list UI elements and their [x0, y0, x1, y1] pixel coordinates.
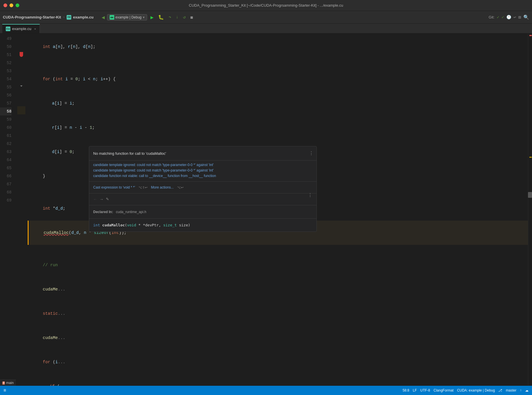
minimize-button[interactable]	[10, 3, 13, 7]
breadcrumb-separator: ›	[63, 15, 65, 19]
formatter[interactable]: ClangFormat	[434, 388, 454, 392]
more-actions-link[interactable]: More actions...	[151, 183, 174, 191]
tooltip-menu-button[interactable]: ⋮	[309, 149, 314, 157]
tab-label: example.cu	[12, 27, 31, 31]
svg-point-0	[20, 53, 23, 57]
next-diagnostic-button[interactable]: →	[100, 195, 104, 203]
continue-icon[interactable]: ↺	[182, 14, 187, 21]
tooltip-header: No matching function for call to 'cudaMa…	[89, 146, 316, 161]
git-check-icon: ✓	[497, 15, 499, 20]
debug-config-label: example | Debug	[115, 15, 142, 19]
prev-diagnostic-button[interactable]: ←	[93, 195, 97, 203]
function-label: f main	[0, 380, 16, 386]
error-line-3: candidate function not viable: call to _…	[93, 173, 312, 179]
encoding[interactable]: UTF-8	[420, 388, 430, 392]
signature-text: int cudaMalloc(void * *devPtr, size_t si…	[93, 223, 190, 227]
stop-icon[interactable]: ◼	[189, 14, 194, 21]
language-mode[interactable]: CUDA: example | Debug	[457, 388, 495, 392]
code-line-62: static...	[28, 301, 528, 326]
code-line-60: // run	[28, 253, 528, 277]
declared-file[interactable]: cuda_runtime_api.h	[116, 210, 146, 214]
line-ending[interactable]: LF	[413, 388, 417, 392]
error-line-2: candidate template ignored: could not ma…	[93, 168, 312, 173]
right-scroll-gutter	[528, 33, 532, 386]
code-line-65: if (...	[28, 374, 528, 386]
code-line-53: r[i] = n - i - 1;	[28, 115, 528, 140]
code-line-61: cudaMe...	[28, 277, 528, 301]
file-name[interactable]: example.cu	[73, 15, 93, 19]
git-label: Git:	[489, 15, 494, 19]
code-line-63: cudaMe...	[28, 326, 528, 350]
debug-bug-icon[interactable]: 🐛	[157, 14, 165, 21]
window-title: CUDA_Progrsamming_Starter_Kit [~/Code/CU…	[189, 3, 343, 8]
git-branch-name[interactable]: master	[506, 388, 516, 392]
tooltip-actions: Cast expression to 'void * *' ⌥⇧↩ More a…	[89, 182, 316, 193]
tooltip-declaration: Declared In: cuda_runtime_api.h	[89, 205, 316, 219]
code-line-59	[28, 245, 528, 253]
tooltip-errors: candidate template ignored: could not ma…	[89, 161, 316, 182]
tooltip-signature: int cudaMalloc(void * *devPtr, size_t si…	[89, 219, 316, 232]
editor: 49 50 51 52 53 54 55 56 57 58 59 60 61 6…	[0, 33, 532, 386]
cursor-position[interactable]: 58:8	[402, 388, 409, 392]
tabbar: CU example.cu ×	[0, 24, 532, 33]
left-gutter	[17, 33, 25, 386]
code-area[interactable]: int a[n], r[n], d[n]; for (int i = 0; i …	[25, 33, 528, 386]
code-line-52: a[i] = i;	[28, 91, 528, 115]
run-button[interactable]: ▶	[149, 14, 155, 21]
svg-marker-1	[20, 85, 23, 87]
git-check2-icon: ✓	[501, 15, 504, 20]
maximize-button[interactable]	[16, 3, 19, 7]
close-button[interactable]	[3, 3, 7, 7]
traffic-lights	[3, 3, 19, 7]
file-tab[interactable]: CU example.cu ×	[2, 24, 40, 33]
git-history-icon[interactable]: 🕐	[506, 15, 511, 20]
chevron-down-icon: ▾	[143, 15, 145, 19]
git-undo-icon[interactable]: ↩	[514, 15, 516, 20]
edit-diagnostic-button[interactable]: ✎	[106, 195, 109, 203]
step-over-icon[interactable]: ↷	[167, 14, 172, 21]
statusbar: ≡ 58:8 LF UTF-8 ClangFormat CUDA: exampl…	[0, 386, 532, 395]
cloud-icon[interactable]: ☁	[525, 388, 529, 392]
tooltip-nav: ← → ✎ ⋮	[89, 193, 316, 205]
cast-action-link[interactable]: Cast expression to 'void * *'	[93, 183, 135, 191]
file-type-icon: CU	[67, 15, 71, 20]
split-editor-icon[interactable]: ⊞	[518, 14, 521, 20]
cast-action-shortcut: ⌥⇧↩	[138, 183, 147, 191]
declared-in-label: Declared In:	[93, 210, 113, 214]
code-line-51: for (int i = 0; i < n; i++) {	[28, 67, 528, 91]
fn-badge: f	[2, 381, 5, 385]
line-numbers: 49 50 51 52 53 54 55 56 57 58 59 60 61 6…	[0, 33, 17, 386]
error-scroll-marker	[529, 35, 532, 36]
titlebar: CUDA_Progrsamming_Starter_Kit [~/Code/CU…	[0, 0, 532, 11]
tab-file-icon: CU	[6, 27, 10, 31]
statusbar-menu-icon[interactable]: ≡	[3, 388, 6, 393]
code-line-50	[28, 59, 528, 67]
search-icon[interactable]: 🔍	[523, 14, 529, 20]
tab-close-button[interactable]: ×	[34, 27, 36, 31]
more-actions-shortcut: ⌥↩	[177, 183, 183, 191]
error-line-1: candidate template ignored: could not ma…	[93, 162, 312, 168]
toolbar: CUDA-Progrsamming-Starter-Kit › CU examp…	[0, 11, 532, 24]
tooltip-title: No matching function for call to 'cudaMa…	[93, 151, 166, 156]
git-branch-icon: ⎇	[498, 388, 502, 392]
code-line-49: int a[n], r[n], d[n];	[28, 35, 528, 59]
nav-menu-button[interactable]: ⋮	[308, 191, 312, 199]
debug-config-selector[interactable]: ex example | Debug ▾	[107, 14, 147, 21]
breadcrumb: CUDA-Progrsamming-Starter-Kit › CU examp…	[3, 15, 93, 20]
diagnostic-tooltip: No matching function for call to 'cudaMa…	[89, 146, 317, 232]
keyword-int: int	[43, 44, 50, 49]
code-line-64: for (i...	[28, 350, 528, 374]
project-name[interactable]: CUDA-Progrsamming-Starter-Kit	[3, 15, 61, 19]
back-arrow[interactable]: ◀	[102, 14, 105, 21]
breakpoint-indicator	[20, 52, 23, 55]
sync-icons[interactable]: ↑	[520, 388, 522, 392]
step-into-icon[interactable]: ↓	[175, 14, 179, 20]
scroll-thumb[interactable]	[528, 192, 532, 198]
fn-name: main	[6, 381, 14, 385]
warning-scroll-marker	[529, 157, 532, 158]
